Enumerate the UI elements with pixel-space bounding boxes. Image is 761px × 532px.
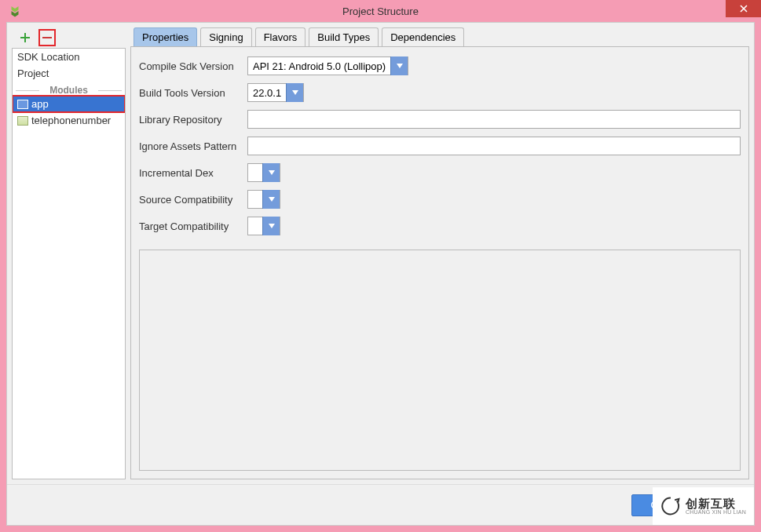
target-compat-combo[interactable]: [247, 217, 280, 235]
module-label: app: [31, 98, 49, 110]
incremental-dex-combo[interactable]: [247, 163, 280, 182]
row-library-repo: Library Repository: [139, 110, 741, 129]
tab-flavors[interactable]: Flavors: [255, 27, 306, 46]
tab-properties[interactable]: Properties: [134, 27, 197, 46]
label-source-compat: Source Compatibility: [139, 194, 241, 206]
watermark-en: CHUANG XIN HU LIAN: [686, 509, 746, 515]
row-ignore-assets: Ignore Assets Pattern: [139, 137, 741, 155]
label-ignore-assets: Ignore Assets Pattern: [139, 140, 241, 152]
chevron-down-icon: [390, 56, 408, 75]
label-target-compat: Target Compatibility: [139, 220, 241, 232]
sidebar-item-project[interactable]: Project: [13, 65, 125, 82]
form: Compile Sdk Version API 21: Android 5.0 …: [139, 56, 741, 235]
chevron-down-icon: [286, 83, 303, 102]
chevron-down-icon: [262, 163, 280, 182]
chevron-down-icon: [262, 190, 280, 209]
window-title: Project Structure: [0, 5, 761, 17]
row-incremental-dex: Incremental Dex: [139, 163, 741, 182]
sidebar-module-app[interactable]: app: [13, 96, 125, 112]
tab-build-types[interactable]: Build Types: [309, 27, 379, 46]
watermark: 创新互联 CHUANG XIN HU LIAN: [653, 487, 754, 525]
chevron-down-icon: [262, 217, 280, 235]
tab-dependencies[interactable]: Dependencies: [382, 27, 464, 46]
sidebar-item-sdk-location[interactable]: SDK Location: [13, 49, 125, 65]
row-target-compat: Target Compatibility: [139, 217, 741, 235]
sidebar-section-modules: Modules: [13, 85, 125, 96]
row-build-tools: Build Tools Version 22.0.1: [139, 83, 741, 102]
sidebar-module-telephonenumber[interactable]: telephonenumber: [13, 112, 125, 129]
compile-sdk-value: API 21: Android 5.0 (Lollipop): [248, 60, 390, 72]
watermark-cn: 创新互联: [686, 497, 746, 509]
module-icon: [17, 116, 28, 126]
properties-panel: Compile Sdk Version API 21: Android 5.0 …: [130, 46, 749, 479]
tab-bar: Properties Signing Flavors Build Types D…: [130, 27, 749, 46]
client-area: SDK Location Project Modules app telepho…: [6, 22, 755, 526]
sidebar-tree: SDK Location Project Modules app telepho…: [12, 48, 126, 479]
label-library-repo: Library Repository: [139, 114, 241, 126]
label-build-tools: Build Tools Version: [139, 87, 241, 99]
add-module-button[interactable]: [16, 29, 34, 46]
remove-module-button[interactable]: [38, 29, 56, 46]
module-icon: [17, 100, 28, 109]
label-incremental-dex: Incremental Dex: [139, 167, 241, 179]
sidebar: SDK Location Project Modules app telepho…: [12, 27, 126, 479]
label-compile-sdk: Compile Sdk Version: [139, 60, 241, 72]
row-compile-sdk: Compile Sdk Version API 21: Android 5.0 …: [139, 56, 741, 75]
row-source-compat: Source Compatibility: [139, 190, 741, 209]
source-compat-combo[interactable]: [247, 190, 280, 209]
tab-signing[interactable]: Signing: [200, 27, 251, 46]
sidebar-toolbar: [12, 27, 126, 48]
main-panel: Properties Signing Flavors Build Types D…: [130, 27, 749, 479]
blank-area: [139, 250, 741, 471]
footer: OK 创新互联 CHUANG XIN HU LIAN: [7, 484, 754, 525]
content: SDK Location Project Modules app telepho…: [7, 23, 754, 484]
compile-sdk-combo[interactable]: API 21: Android 5.0 (Lollipop): [247, 56, 408, 75]
build-tools-value: 22.0.1: [248, 87, 286, 99]
window: Project Structure SDK Location Project: [0, 0, 761, 532]
watermark-logo-icon: [660, 496, 681, 516]
ignore-assets-input[interactable]: [247, 137, 741, 155]
close-button[interactable]: [726, 0, 761, 17]
build-tools-combo[interactable]: 22.0.1: [247, 83, 304, 102]
titlebar: Project Structure: [0, 0, 761, 22]
library-repo-input[interactable]: [247, 110, 741, 129]
module-label: telephonenumber: [31, 115, 111, 126]
